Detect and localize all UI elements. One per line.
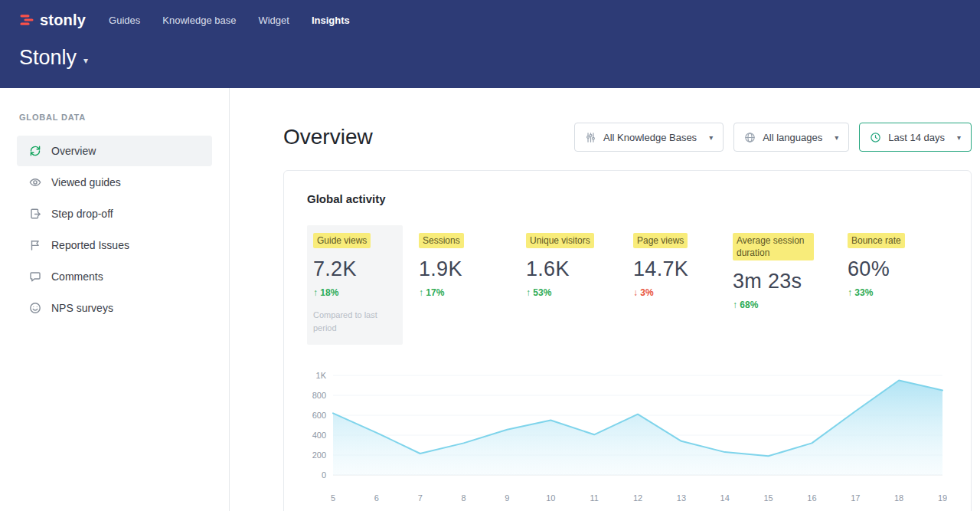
sidebar-item-overview[interactable]: Overview [17, 136, 212, 166]
main-header: Overview All Knowledge Bases ▾ [283, 123, 972, 152]
chevron-down-icon: ▾ [709, 133, 713, 142]
svg-text:17: 17 [851, 493, 860, 503]
metric-delta: ↑ 68% [733, 300, 848, 310]
global-activity-card: Global activity Guide views 7.2K ↑ 18% C… [283, 170, 972, 511]
svg-text:10: 10 [546, 493, 555, 503]
nav-item-guides[interactable]: Guides [109, 15, 140, 26]
metric-label: Average session duration [733, 233, 814, 260]
sidebar-item-label: Reported Issues [51, 239, 129, 251]
svg-text:11: 11 [590, 493, 598, 503]
sidebar-item-reported-issues[interactable]: Reported Issues [17, 230, 212, 260]
sidebar: GLOBAL DATA Overview Viewed guides [0, 88, 230, 511]
trend-up-icon: ↑ [419, 287, 423, 298]
trend-up-icon: ↑ [848, 287, 852, 298]
svg-text:600: 600 [312, 411, 326, 420]
metric-delta-value: 18% [320, 287, 338, 298]
chevron-down-icon: ▾ [957, 133, 961, 142]
nav-item-knowledge-base[interactable]: Knowledge base [162, 15, 236, 26]
metric-guide-views[interactable]: Guide views 7.2K ↑ 18% Compared to last … [307, 225, 403, 345]
nav-item-insights[interactable]: Insights [312, 15, 350, 26]
trend-up-icon: ↑ [526, 287, 531, 298]
logo-text: stonly [40, 11, 86, 29]
chevron-down-icon: ▾ [835, 133, 838, 142]
metrics-row: Guide views 7.2K ↑ 18% Compared to last … [307, 225, 948, 345]
svg-text:800: 800 [312, 391, 326, 400]
top-navigation-bar: stonly Guides Knowledge base Widget Insi… [19, 6, 980, 34]
svg-text:18: 18 [894, 493, 903, 503]
metric-label: Bounce rate [848, 233, 905, 248]
metric-delta: ↑ 53% [526, 287, 633, 298]
stonly-logo[interactable]: stonly [19, 11, 86, 29]
workspace-selector[interactable]: Stonly ▾ [19, 46, 88, 70]
svg-text:200: 200 [312, 450, 326, 460]
sidebar-item-label: Step drop-off [51, 208, 113, 220]
trend-down-icon: ↓ [633, 287, 638, 298]
metric-label: Sessions [419, 233, 464, 248]
sidebar-item-nps-surveys[interactable]: NPS surveys [17, 293, 212, 323]
metric-delta-value: 68% [740, 300, 758, 310]
svg-text:400: 400 [312, 431, 326, 440]
sidebar-item-viewed-guides[interactable]: Viewed guides [17, 167, 212, 198]
metric-value: 1.6K [526, 257, 633, 281]
workspace-title: Stonly [19, 46, 77, 70]
trend-up-icon: ↑ [313, 287, 318, 298]
metric-label: Guide views [313, 233, 371, 248]
sliders-icon [585, 132, 596, 143]
document-arrow-icon [29, 208, 41, 220]
metric-sessions[interactable]: Sessions 1.9K ↑ 17% [419, 225, 526, 298]
clock-icon [870, 132, 881, 143]
metric-value: 1.9K [419, 257, 526, 281]
dropdown-label: Last 14 days [888, 132, 945, 143]
nav-item-widget[interactable]: Widget [258, 15, 289, 26]
page-title: Overview [283, 125, 373, 149]
top-header: stonly Guides Knowledge base Widget Insi… [0, 0, 980, 88]
svg-text:16: 16 [807, 493, 816, 503]
svg-text:8: 8 [462, 493, 466, 503]
svg-text:0: 0 [322, 470, 326, 480]
metric-bounce-rate[interactable]: Bounce rate 60% ↑ 33% [848, 225, 905, 298]
date-range-dropdown[interactable]: Last 14 days ▾ [859, 123, 972, 152]
sidebar-item-comments[interactable]: Comments [17, 261, 212, 292]
metric-delta: ↑ 18% [313, 287, 397, 298]
svg-text:6: 6 [374, 493, 379, 503]
metric-delta: ↑ 17% [419, 287, 526, 298]
metric-delta: ↓ 3% [633, 287, 733, 298]
metric-unique-visitors[interactable]: Unique visitors 1.6K ↑ 53% [526, 225, 633, 298]
smiley-icon [29, 302, 41, 314]
metric-page-views[interactable]: Page views 14.7K ↓ 3% [633, 225, 733, 298]
chevron-down-icon: ▾ [83, 51, 88, 66]
metric-average-session-duration[interactable]: Average session duration 3m 23s ↑ 68% [733, 225, 848, 310]
languages-dropdown[interactable]: All languages ▾ [733, 123, 849, 152]
svg-text:19: 19 [938, 493, 947, 503]
trend-up-icon: ↑ [733, 300, 737, 310]
metric-delta-value: 17% [426, 287, 444, 298]
card-title: Global activity [307, 192, 948, 205]
metric-delta-value: 33% [854, 287, 873, 298]
metric-value: 3m 23s [733, 270, 848, 293]
svg-text:12: 12 [633, 493, 642, 503]
eye-icon [29, 176, 41, 188]
metric-note: Compared to last period [313, 309, 394, 334]
sidebar-item-label: NPS surveys [51, 302, 113, 314]
svg-text:5: 5 [331, 493, 335, 503]
comment-icon [29, 270, 41, 283]
top-nav: Guides Knowledge base Widget Insights [109, 15, 350, 26]
metric-delta-value: 53% [533, 287, 551, 298]
svg-text:14: 14 [720, 493, 730, 503]
globe-icon [744, 132, 756, 143]
sidebar-item-label: Viewed guides [51, 176, 121, 188]
stonly-logo-icon [19, 12, 34, 28]
svg-text:9: 9 [505, 493, 509, 503]
flag-icon [29, 239, 41, 251]
app-root: stonly Guides Knowledge base Widget Insi… [0, 0, 980, 511]
metric-label: Unique visitors [526, 233, 594, 248]
svg-text:1K: 1K [316, 371, 327, 380]
sidebar-item-step-drop-off[interactable]: Step drop-off [17, 198, 212, 229]
metric-value: 60% [848, 257, 905, 281]
sidebar-section-label: GLOBAL DATA [19, 113, 212, 122]
svg-text:15: 15 [763, 493, 773, 503]
main-content: Overview All Knowledge Bases ▾ [230, 88, 980, 511]
dropdown-label: All languages [763, 132, 822, 143]
knowledge-bases-dropdown[interactable]: All Knowledge Bases ▾ [574, 123, 724, 152]
refresh-icon [29, 145, 41, 157]
